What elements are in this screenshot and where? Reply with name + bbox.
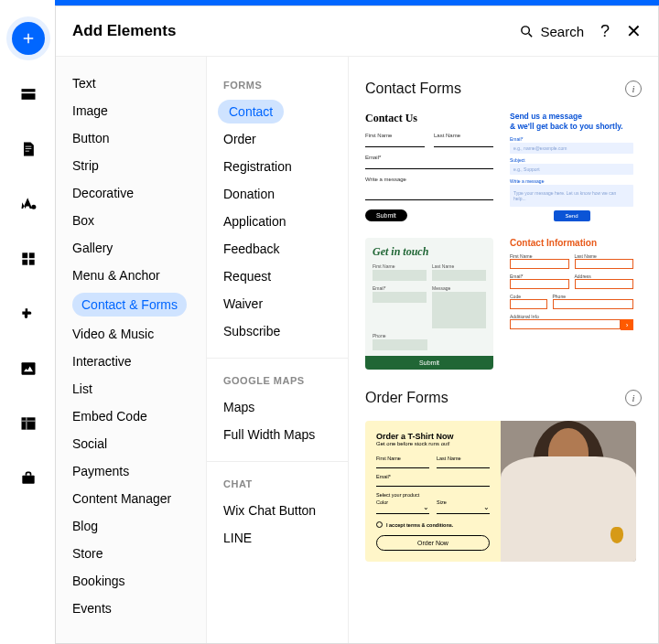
subcategory-item[interactable]: Full Width Maps xyxy=(207,421,348,448)
category-item[interactable]: Strip xyxy=(56,152,206,179)
apps-icon[interactable] xyxy=(13,243,44,274)
category-item[interactable]: Payments xyxy=(56,457,206,485)
media-icon[interactable] xyxy=(13,353,44,384)
form-template-send-message[interactable]: Send us a message& we'll get back to you… xyxy=(510,112,633,221)
help-button[interactable]: ? xyxy=(600,23,610,39)
svg-rect-1 xyxy=(21,93,35,100)
subcategory-item[interactable]: Contact xyxy=(218,100,284,123)
panel-title: Add Elements xyxy=(72,22,519,40)
svg-rect-8 xyxy=(21,417,35,429)
category-item[interactable]: Bookings xyxy=(56,567,206,595)
form-template-contact-us[interactable]: Contact Us First Name Last Name Email* W… xyxy=(365,112,493,221)
category-item[interactable]: Content Manager xyxy=(56,485,206,512)
left-rail xyxy=(0,0,55,644)
category-item[interactable]: Box xyxy=(56,207,206,234)
subcategory-item[interactable]: Wix Chat Button xyxy=(207,497,348,524)
svg-point-10 xyxy=(522,26,530,33)
svg-rect-0 xyxy=(21,89,35,91)
category-item[interactable]: Menu & Anchor xyxy=(56,262,206,289)
section-title: Contact Forms xyxy=(365,80,461,97)
svg-rect-7 xyxy=(21,362,35,374)
category-item[interactable]: Events xyxy=(56,595,206,622)
section-title: Order Forms xyxy=(365,390,448,406)
content-manager-icon[interactable] xyxy=(13,408,44,439)
category-list: TextImageButtonStripDecorativeBoxGallery… xyxy=(56,57,207,643)
pages-icon[interactable] xyxy=(13,134,44,165)
subgroup-heading: GOOGLE MAPS xyxy=(207,358,348,393)
svg-rect-5 xyxy=(22,260,27,265)
category-item[interactable]: Text xyxy=(56,70,206,97)
subcategory-item[interactable]: Feedback xyxy=(207,235,348,263)
form-template-get-in-touch[interactable]: Get in touch First Name Last Name Email*… xyxy=(365,238,493,370)
search-button[interactable]: Search xyxy=(519,24,584,39)
category-item[interactable]: Decorative xyxy=(56,179,206,207)
form-template-contact-information[interactable]: Contact Information First Name Last Name… xyxy=(510,238,633,370)
subgroup-heading: FORMS xyxy=(207,73,348,98)
category-item[interactable]: Button xyxy=(56,124,206,152)
subcategory-list: FORMSContactOrderRegistrationDonationApp… xyxy=(207,57,349,643)
category-item[interactable]: Blog xyxy=(56,512,206,540)
sections-icon[interactable] xyxy=(13,79,44,110)
svg-rect-6 xyxy=(28,260,34,265)
category-item[interactable]: Gallery xyxy=(56,234,206,262)
subcategory-item[interactable]: Registration xyxy=(207,153,348,180)
product-image xyxy=(501,421,636,562)
add-elements-panel: Add Elements Search ? ✕ TextImageButtonS… xyxy=(55,5,659,644)
subcategory-item[interactable]: LINE xyxy=(207,524,348,552)
subcategory-item[interactable]: Donation xyxy=(207,180,348,208)
category-item[interactable]: Social xyxy=(56,430,206,457)
plugins-icon[interactable] xyxy=(13,298,44,329)
svg-rect-4 xyxy=(28,252,34,258)
search-icon xyxy=(519,24,535,39)
add-elements-button[interactable] xyxy=(12,22,45,55)
form-template-order-tshirt[interactable]: Order a T-Shirt Now Get one before stock… xyxy=(365,421,636,562)
subcategory-item[interactable]: Subscribe xyxy=(207,317,348,345)
category-item[interactable]: Embed Code xyxy=(56,402,206,430)
category-item[interactable]: Video & Music xyxy=(56,320,206,348)
category-item[interactable]: Image xyxy=(56,97,206,124)
svg-rect-3 xyxy=(22,252,27,258)
close-button[interactable]: ✕ xyxy=(626,20,642,42)
svg-rect-9 xyxy=(22,476,34,484)
subcategory-item[interactable]: Waiver xyxy=(207,290,348,317)
category-item[interactable]: Contact & Forms xyxy=(72,293,187,317)
svg-point-2 xyxy=(31,205,36,209)
category-item[interactable]: Interactive xyxy=(56,348,206,375)
subcategory-item[interactable]: Maps xyxy=(207,393,348,421)
subgroup-heading: CHAT xyxy=(207,461,348,497)
category-item[interactable]: List xyxy=(56,375,206,402)
subcategory-item[interactable]: Request xyxy=(207,263,348,290)
category-item[interactable]: Store xyxy=(56,540,206,567)
business-icon[interactable] xyxy=(13,463,44,494)
subcategory-item[interactable]: Order xyxy=(207,125,348,153)
info-icon[interactable]: i xyxy=(625,390,642,406)
info-icon[interactable]: i xyxy=(625,80,642,97)
template-gallery: Contact Forms i Contact Us First Name La… xyxy=(349,57,658,643)
subcategory-item[interactable]: Application xyxy=(207,208,348,235)
design-icon[interactable] xyxy=(13,188,44,220)
